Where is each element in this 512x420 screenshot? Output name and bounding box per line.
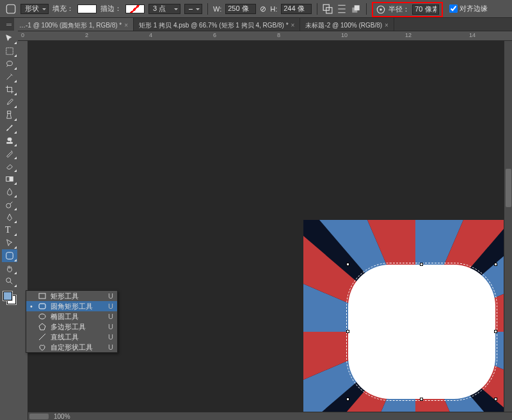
flyout-item-line[interactable]: 直线工具 U <box>26 332 117 342</box>
tool-wand[interactable] <box>2 70 17 83</box>
tool-shape[interactable] <box>2 249 17 262</box>
close-icon[interactable]: × <box>291 22 295 29</box>
zoom-level[interactable]: 100% <box>54 413 70 420</box>
path-ops-icon[interactable] <box>323 4 333 14</box>
close-icon[interactable]: × <box>124 22 128 29</box>
scrollbar-vertical[interactable] <box>504 41 512 412</box>
flyout-item-polygon[interactable]: 多边形工具 U <box>26 322 117 332</box>
stroke-style-dropdown[interactable] <box>184 4 202 14</box>
tool-marquee[interactable] <box>2 45 17 58</box>
tool-hand[interactable] <box>2 262 17 275</box>
ruler-vertical[interactable] <box>18 41 28 420</box>
rounded-rectangle-icon <box>38 302 47 311</box>
arrange-icon[interactable] <box>351 4 361 14</box>
align-edges-checkbox[interactable]: 对齐边缘 <box>447 4 488 13</box>
custom-shape-icon <box>38 343 47 352</box>
stroke-label: 描边： <box>100 4 122 13</box>
link-wh-icon[interactable]: ⊘ <box>260 5 266 13</box>
transform-handle[interactable] <box>494 330 497 333</box>
document-tab[interactable]: 未标题-2 @ 100% (RGB/8)× <box>300 18 394 31</box>
tool-type[interactable]: T <box>2 224 17 237</box>
tool-heal[interactable] <box>2 109 17 121</box>
transform-handle[interactable] <box>346 330 349 333</box>
fill-swatch[interactable] <box>77 4 97 13</box>
radius-label: 半径： <box>388 4 410 14</box>
ruler-horizontal[interactable]: 0 2 4 6 8 10 12 14 <box>18 31 512 41</box>
transform-handle[interactable] <box>346 263 349 266</box>
tool-dodge[interactable] <box>2 198 17 211</box>
tool-gradient[interactable] <box>2 173 17 185</box>
scrollbar-thumb[interactable] <box>29 414 49 419</box>
transform-handle[interactable] <box>420 263 423 266</box>
rounded-rectangle-shape[interactable] <box>348 265 495 399</box>
canvas-artboard <box>303 220 512 420</box>
svg-rect-13 <box>6 253 13 260</box>
foreground-swatch[interactable] <box>3 292 12 300</box>
width-input[interactable] <box>225 4 256 14</box>
stroke-swatch[interactable] <box>125 4 145 13</box>
svg-point-33 <box>39 314 45 319</box>
tool-history-brush[interactable] <box>2 147 17 160</box>
mode-label: 形状 <box>25 4 39 13</box>
tab-menu-icon[interactable] <box>6 24 12 26</box>
scrollbar-horizontal[interactable]: 100% <box>28 412 512 420</box>
main-area <box>0 41 512 420</box>
height-input[interactable] <box>281 4 312 14</box>
transform-handle[interactable] <box>420 398 423 401</box>
document-tab[interactable]: 矩形 1 拷贝 4.psb @ 66.7% (矩形 1 拷贝 4, RGB/8)… <box>134 18 300 31</box>
tool-brush[interactable] <box>2 121 17 134</box>
close-icon[interactable]: × <box>385 22 388 29</box>
tool-pen[interactable] <box>2 211 17 224</box>
radius-highlight-box: 半径： <box>372 2 443 17</box>
rectangle-icon <box>38 292 47 300</box>
align-edges-label: 对齐边缘 <box>460 4 488 13</box>
flyout-item-rounded-rectangle[interactable]: • 圆角矩形工具 U <box>26 301 117 311</box>
svg-rect-32 <box>39 304 45 309</box>
w-label: W: <box>213 5 221 13</box>
stroke-weight-value: 3 点 <box>153 4 166 13</box>
tool-path-select[interactable] <box>2 237 17 249</box>
svg-rect-9 <box>8 111 11 114</box>
radius-input[interactable] <box>412 4 439 15</box>
svg-rect-0 <box>6 4 15 13</box>
toolbox: T <box>2 32 17 306</box>
mode-dropdown[interactable]: 形状 <box>20 4 49 14</box>
document-tab[interactable]: …-1 @ 100% (圆角矩形 1, RGB/8) *× <box>14 18 134 31</box>
svg-point-14 <box>6 278 11 283</box>
document-tab-bar: …-1 @ 100% (圆角矩形 1, RGB/8) *× 矩形 1 拷贝 4.… <box>0 18 512 31</box>
svg-marker-34 <box>39 323 45 330</box>
gear-icon[interactable] <box>376 4 386 15</box>
canvas-area[interactable] <box>28 41 512 420</box>
svg-rect-31 <box>39 293 45 299</box>
stroke-weight-dropdown[interactable]: 3 点 <box>148 4 180 14</box>
transform-handle[interactable] <box>494 398 497 401</box>
scrollbar-thumb[interactable] <box>506 169 511 207</box>
tool-crop[interactable] <box>2 83 17 96</box>
transform-handle[interactable] <box>494 263 497 266</box>
align-edges-input[interactable] <box>449 4 458 13</box>
flyout-item-ellipse[interactable]: 椭圆工具 U <box>26 311 117 322</box>
svg-rect-11 <box>6 177 10 182</box>
svg-rect-4 <box>355 5 360 10</box>
tool-eraser[interactable] <box>2 160 17 173</box>
separator <box>317 3 317 15</box>
tool-zoom[interactable] <box>2 275 17 288</box>
svg-point-6 <box>380 8 382 10</box>
flyout-item-rectangle[interactable]: 矩形工具 U <box>26 291 117 301</box>
flyout-item-custom-shape[interactable]: 自定形状工具 U <box>26 342 117 352</box>
tool-blur[interactable] <box>2 185 17 198</box>
line-icon <box>38 332 47 341</box>
polygon-icon <box>38 322 47 331</box>
svg-point-12 <box>6 203 11 208</box>
svg-rect-7 <box>6 48 13 55</box>
tool-move[interactable] <box>2 32 17 45</box>
ellipse-icon <box>38 312 47 321</box>
svg-point-8 <box>7 61 13 66</box>
transform-handle[interactable] <box>346 398 349 401</box>
shape-preset-icon[interactable] <box>5 3 17 15</box>
tool-eyedropper[interactable] <box>2 96 17 109</box>
tool-stamp[interactable] <box>2 134 17 147</box>
align-icon[interactable] <box>337 4 347 14</box>
tool-lasso[interactable] <box>2 58 17 70</box>
color-swatches[interactable] <box>2 290 17 306</box>
